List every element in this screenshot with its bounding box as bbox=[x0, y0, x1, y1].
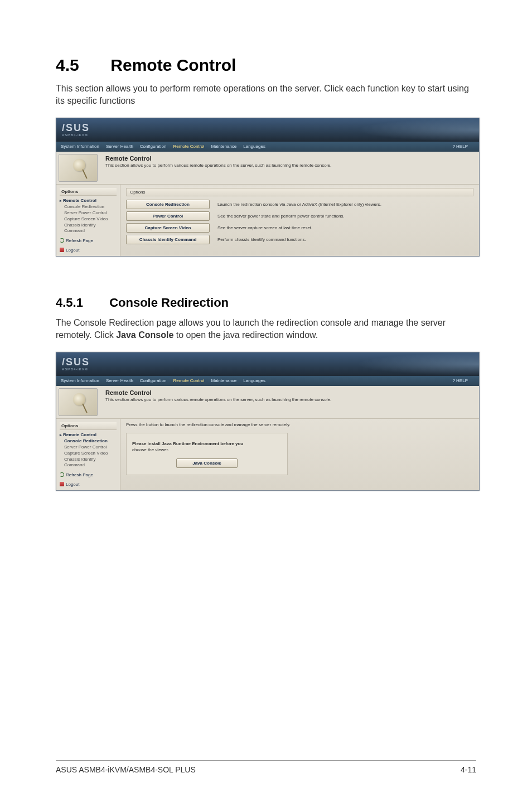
summary-panel: Remote Control This section allows you t… bbox=[100, 152, 479, 185]
sidebar-item-chassis-identify-command[interactable]: Chassis Identify Command bbox=[64, 223, 117, 234]
summary-desc: This section allows you to perform vario… bbox=[105, 163, 473, 168]
section-title: Remote Control bbox=[110, 56, 236, 74]
sidebar-refresh-page[interactable]: Refresh Page bbox=[60, 472, 117, 477]
sidebar-item-capture-screen-video[interactable]: Capture Screen Video bbox=[64, 451, 117, 456]
power-control-button[interactable]: Power Control bbox=[126, 211, 210, 221]
refresh-icon bbox=[60, 238, 64, 243]
power-control-desc: See the server power state and perform p… bbox=[217, 214, 473, 219]
asus-logo-sub: ASMB4-iKVM bbox=[62, 133, 90, 137]
option-row-chassis-identify: Chassis Identify Command Perform chassis… bbox=[126, 235, 473, 244]
subsection-intro-bold: Java Console bbox=[116, 330, 173, 340]
sidebar-item-server-power-control[interactable]: Server Power Control bbox=[64, 445, 117, 450]
nav-item-configuration[interactable]: Configuration bbox=[140, 144, 167, 149]
subsection-intro: The Console Redirection page allows you … bbox=[56, 317, 476, 342]
page-footer: ASUS ASMB4-iKVM/ASMB4-SOL PLUS 4-11 bbox=[56, 760, 476, 774]
nav-item-server-health[interactable]: Server Health bbox=[106, 144, 133, 149]
option-row-power-control: Power Control See the server power state… bbox=[126, 211, 473, 221]
sidebar-options-heading: Options bbox=[60, 422, 117, 430]
summary-title: Remote Control bbox=[105, 155, 473, 162]
chassis-identify-command-button[interactable]: Chassis Identify Command bbox=[126, 235, 210, 244]
shot-header: /SUS ASMB4-iKVM bbox=[56, 118, 479, 142]
nav-item-languages[interactable]: Languages bbox=[243, 378, 265, 383]
sidebar-item-console-redirection[interactable]: Console Redirection bbox=[64, 204, 117, 210]
header-glow bbox=[356, 118, 479, 142]
subsection-intro-post: to open the java redirection window. bbox=[173, 330, 318, 340]
nav-item-system-information[interactable]: System Information bbox=[61, 378, 99, 383]
console-redirection-button[interactable]: Console Redirection bbox=[126, 200, 210, 209]
logout-icon bbox=[60, 482, 64, 486]
capture-screen-video-desc: See the server capture screen at last ti… bbox=[217, 225, 473, 230]
press-button-text: Press the button to launch the redirecti… bbox=[126, 422, 473, 427]
sidebar-item-console-redirection[interactable]: Console Redirection bbox=[64, 438, 117, 444]
option-row-capture-screen-video: Capture Screen Video See the server capt… bbox=[126, 223, 473, 233]
asus-logo: /SUS bbox=[62, 123, 90, 133]
help-link[interactable]: HELP bbox=[452, 144, 468, 149]
section-number: 4.5 bbox=[56, 56, 106, 75]
chassis-identify-command-desc: Perform chassis identify command functio… bbox=[217, 237, 473, 242]
option-row-console-redirection: Console Redirection Launch the redirecti… bbox=[126, 200, 473, 209]
shot-nav: System Information Server Health Configu… bbox=[56, 376, 479, 386]
asus-logo-sub: ASMB4-iKVM bbox=[62, 368, 90, 371]
nav-item-maintenance[interactable]: Maintenance bbox=[211, 144, 236, 149]
content-panel: Press the button to launch the redirecti… bbox=[120, 419, 479, 490]
logout-icon bbox=[60, 248, 64, 252]
asus-logo: /SUS bbox=[62, 357, 90, 367]
summary-title: Remote Control bbox=[105, 389, 473, 396]
summary-thumb-icon bbox=[59, 154, 98, 182]
content-panel: Options Console Redirection Launch the r… bbox=[120, 185, 479, 256]
sidebar-refresh-page[interactable]: Refresh Page bbox=[60, 238, 117, 243]
java-console-button[interactable]: Java Console bbox=[176, 458, 238, 468]
sidebar-logout[interactable]: Logout bbox=[60, 482, 117, 487]
subsection-number: 4.5.1 bbox=[56, 296, 106, 310]
subsection-title: Console Redirection bbox=[109, 296, 229, 310]
summary-panel: Remote Control This section allows you t… bbox=[100, 386, 479, 419]
section-heading: 4.5 Remote Control bbox=[56, 56, 476, 75]
sidebar-options-heading: Options bbox=[60, 188, 117, 196]
sidebar-logout-label: Logout bbox=[66, 248, 79, 253]
nav-item-languages[interactable]: Languages bbox=[243, 144, 265, 149]
header-glow bbox=[356, 352, 479, 376]
nav-item-maintenance[interactable]: Maintenance bbox=[211, 378, 236, 383]
shot-nav: System Information Server Health Configu… bbox=[56, 142, 479, 152]
summary-desc: This section allows you to perform vario… bbox=[105, 397, 473, 402]
section-intro: This section allows you to perform remot… bbox=[56, 83, 476, 108]
sidebar-logout[interactable]: Logout bbox=[60, 248, 117, 253]
sidebar-item-server-power-control[interactable]: Server Power Control bbox=[64, 210, 117, 216]
java-install-note-line2: choose the viewer. bbox=[132, 447, 282, 452]
sidebar: Options Remote Control Console Redirecti… bbox=[56, 419, 120, 490]
nav-item-remote-control[interactable]: Remote Control bbox=[173, 378, 204, 383]
sidebar-item-chassis-identify-command[interactable]: Chassis Identify Command bbox=[64, 457, 117, 468]
sidebar-item-capture-screen-video[interactable]: Capture Screen Video bbox=[64, 216, 117, 222]
help-link[interactable]: HELP bbox=[452, 378, 468, 383]
subsection-heading: 4.5.1 Console Redirection bbox=[56, 296, 476, 310]
content-options-heading: Options bbox=[126, 188, 473, 196]
console-redirection-desc: Launch the redirection console via Java … bbox=[217, 202, 473, 207]
screenshot-console-redirection: /SUS ASMB4-iKVM System Information Serve… bbox=[56, 352, 480, 491]
sidebar-head-remote-control[interactable]: Remote Control bbox=[60, 198, 117, 203]
nav-item-remote-control[interactable]: Remote Control bbox=[173, 144, 204, 149]
sidebar-head-remote-control[interactable]: Remote Control bbox=[60, 432, 117, 437]
nav-item-system-information[interactable]: System Information bbox=[61, 144, 99, 149]
shot-header: /SUS ASMB4-iKVM bbox=[56, 352, 479, 376]
sidebar-logout-label: Logout bbox=[66, 482, 79, 487]
java-install-note-line1: Please install Java Runtime Environment … bbox=[132, 441, 282, 446]
footer-right: 4-11 bbox=[461, 765, 476, 774]
summary-thumb-icon bbox=[59, 388, 98, 416]
sidebar-refresh-label: Refresh Page bbox=[66, 238, 93, 243]
nav-item-server-health[interactable]: Server Health bbox=[106, 378, 133, 383]
footer-left: ASUS ASMB4-iKVM/ASMB4-SOL PLUS bbox=[56, 765, 196, 774]
sidebar-refresh-label: Refresh Page bbox=[66, 472, 93, 477]
screenshot-remote-control: /SUS ASMB4-iKVM System Information Serve… bbox=[56, 118, 480, 257]
sidebar: Options Remote Control Console Redirecti… bbox=[56, 185, 120, 256]
refresh-icon bbox=[60, 472, 64, 477]
capture-screen-video-button[interactable]: Capture Screen Video bbox=[126, 223, 210, 233]
nav-item-configuration[interactable]: Configuration bbox=[140, 378, 167, 383]
